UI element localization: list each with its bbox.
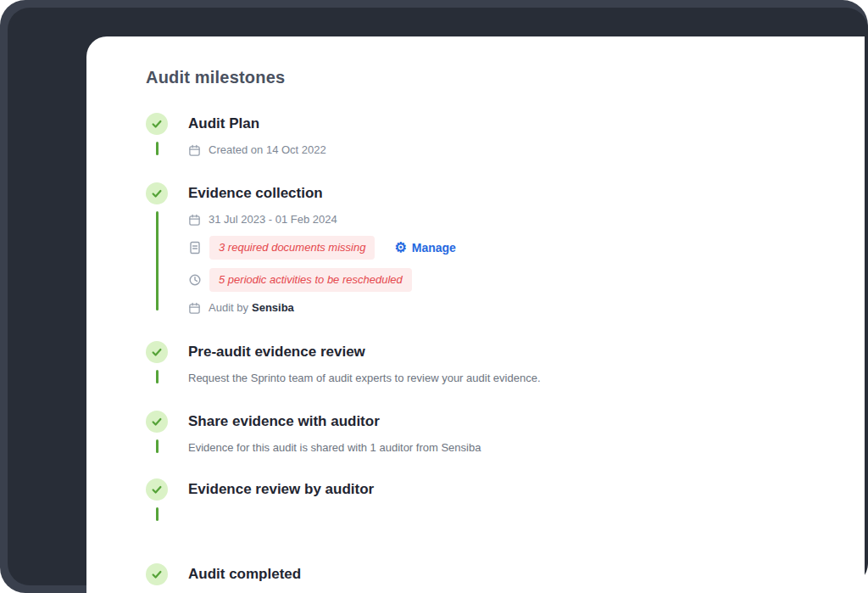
check-circle (146, 478, 168, 501)
milestone-description: Evidence for this audit is shared with 1… (188, 440, 481, 456)
calendar-icon (188, 302, 201, 315)
timeline-rail (146, 341, 168, 389)
check-icon (151, 416, 163, 428)
documents-alert-row: 3 required documents missing ⚙ Manage (188, 236, 456, 260)
timeline-connector (156, 211, 159, 310)
screen: Audit milestones Audit Plan Created on 1… (0, 0, 868, 593)
milestone-evidence-review: Evidence review by auditor (146, 478, 831, 563)
check-icon (151, 568, 163, 580)
check-circle (146, 563, 168, 585)
manage-link[interactable]: ⚙ Manage (394, 241, 455, 255)
timeline-connector (156, 439, 159, 453)
timeline-rail (146, 411, 168, 458)
audit-milestones-card: Audit milestones Audit Plan Created on 1… (86, 36, 865, 593)
document-icon (188, 241, 202, 255)
milestone-audit-plan: Audit Plan Created on 14 Oct 2022 (146, 113, 831, 182)
audit-by-row: Audit by Sensiba (188, 300, 456, 316)
timeline-rail (146, 182, 168, 316)
check-icon (151, 187, 163, 199)
check-circle (146, 113, 168, 135)
milestone-title: Evidence review by auditor (188, 479, 374, 500)
milestone-description: Request the Sprinto team of audit expert… (188, 371, 541, 386)
check-icon (151, 484, 163, 495)
milestone-title: Audit Plan (188, 114, 326, 134)
page-title: Audit milestones (146, 67, 831, 87)
calendar-icon (188, 214, 201, 227)
timeline-connector (156, 142, 159, 155)
check-circle (146, 182, 168, 204)
calendar-icon (188, 144, 201, 157)
timeline-rail (146, 113, 168, 160)
check-circle (146, 341, 168, 363)
manage-link-label: Manage (412, 241, 456, 255)
milestone-title: Evidence collection (188, 183, 456, 204)
audit-by-text: Audit by Sensiba (209, 300, 294, 316)
audit-by-prefix: Audit by (209, 300, 248, 316)
check-circle (146, 411, 168, 433)
check-icon (151, 118, 163, 130)
check-icon (151, 346, 163, 358)
timeline-connector (156, 370, 159, 383)
milestone-share-evidence: Share evidence with auditor Evidence for… (146, 411, 831, 478)
missing-documents-badge: 3 required documents missing (209, 236, 375, 260)
milestone-title: Audit completed (188, 564, 363, 585)
timeline-connector (156, 507, 159, 521)
activities-alert-row: 5 periodic activities to be rescheduled (188, 268, 456, 292)
milestone-title: Share evidence with auditor (188, 411, 481, 432)
clock-history-icon (188, 273, 202, 287)
timeline-rail (146, 563, 168, 593)
timeline-rail (146, 478, 168, 526)
milestone-pre-audit-review: Pre-audit evidence review Request the Sp… (146, 341, 831, 411)
milestone-dates: 31 Jul 2023 - 01 Feb 2024 (188, 212, 456, 227)
meta-text: 31 Jul 2023 - 01 Feb 2024 (209, 212, 337, 227)
auditor-name: Sensiba (252, 300, 294, 316)
milestone-meta: Created on 14 Oct 2022 (188, 143, 326, 158)
milestone-evidence-collection: Evidence collection 31 Jul 2023 - 01 Feb… (146, 182, 831, 341)
milestone-title: Pre-audit evidence review (188, 342, 541, 362)
meta-text: Created on 14 Oct 2022 (209, 143, 326, 158)
milestone-audit-completed: Audit completed Audit completed on 30 Ju… (146, 563, 831, 593)
periodic-activities-badge: 5 periodic activities to be rescheduled (209, 268, 412, 292)
gear-icon: ⚙ (394, 241, 406, 255)
